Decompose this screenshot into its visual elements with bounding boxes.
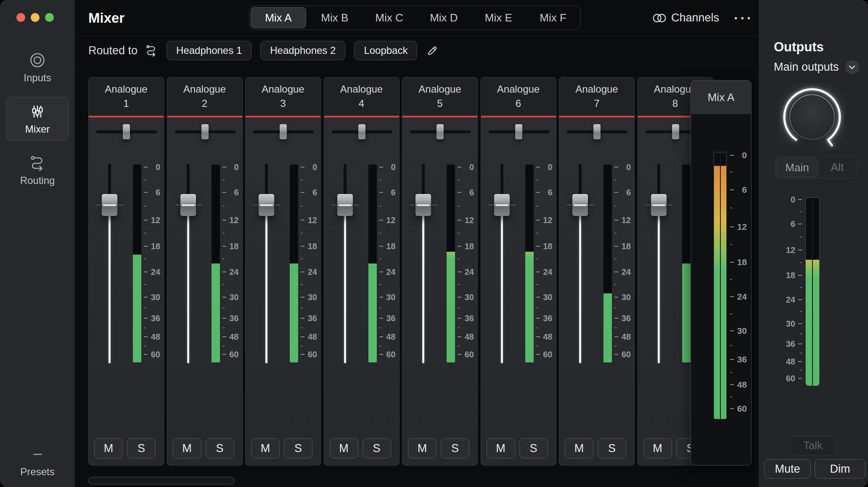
sidebar-item-mixer[interactable]: Mixer — [6, 97, 69, 141]
scale-label: 30 — [149, 292, 160, 302]
scale-tick — [730, 345, 732, 346]
scale-tick — [536, 271, 540, 272]
solo-button[interactable]: S — [441, 438, 469, 458]
mute-button[interactable]: M — [565, 438, 593, 458]
pan-slider-handle[interactable] — [123, 124, 130, 139]
scale-tick — [614, 258, 617, 259]
knob-body[interactable] — [790, 95, 834, 139]
db-scale: 0612182430364860 — [301, 165, 320, 362]
scale-tick — [144, 233, 146, 234]
scale-label: 12 — [782, 245, 795, 255]
mute-button[interactable]: M — [251, 438, 280, 458]
scale-tick — [458, 354, 461, 355]
mute-button[interactable]: M — [408, 438, 437, 458]
main-output-button[interactable]: Main — [776, 158, 818, 177]
scale-tick — [730, 359, 734, 360]
fader-track-lower[interactable] — [422, 205, 424, 363]
scale-label: 18 — [620, 241, 631, 251]
pan-slider-handle[interactable] — [593, 124, 601, 139]
channel-accent-line — [481, 116, 556, 117]
solo-button[interactable]: S — [206, 438, 234, 458]
channel-header: Analogue 7 — [559, 77, 634, 116]
mute-button[interactable]: M — [94, 438, 123, 458]
output-mute-button[interactable]: Mute — [764, 459, 811, 479]
scale-label: 24 — [463, 267, 474, 277]
solo-button[interactable]: S — [519, 438, 548, 458]
scale-label: 30 — [463, 292, 474, 302]
mute-button[interactable]: M — [173, 438, 201, 458]
channel-level-meter — [290, 165, 298, 362]
fader-track-lower[interactable] — [658, 205, 660, 363]
alt-output-button[interactable]: Alt — [817, 157, 857, 177]
fader-track-lower[interactable] — [108, 205, 111, 363]
pan-slider-handle[interactable] — [437, 124, 444, 139]
fader-handle[interactable] — [651, 194, 667, 216]
output-dim-button[interactable]: Dim — [815, 459, 865, 479]
scale-tick — [222, 192, 226, 193]
fader-handle[interactable] — [180, 194, 196, 216]
scale-label: 24 — [736, 292, 747, 302]
scale-tick — [379, 192, 383, 193]
scale-tick — [800, 262, 802, 263]
scale-label: 12 — [149, 215, 160, 225]
pan-slider-handle[interactable] — [358, 124, 365, 139]
scale-tick — [458, 233, 460, 234]
mute-button[interactable]: M — [643, 438, 672, 458]
pan-slider-handle[interactable] — [515, 124, 522, 139]
chevron-down-icon[interactable] — [845, 60, 859, 74]
fader-track-lower[interactable] — [579, 205, 581, 363]
monitor-volume-knob[interactable] — [778, 83, 846, 151]
scale-label: 36 — [306, 313, 317, 323]
sidebar-item-inputs[interactable]: Inputs — [6, 45, 69, 89]
scale-tick — [730, 279, 732, 280]
scale-tick — [144, 258, 146, 259]
solo-button[interactable]: S — [598, 438, 626, 458]
monitor-output-switch: Main Alt — [775, 157, 858, 178]
fader-track-lower[interactable] — [265, 205, 267, 363]
channel-number: 2 — [167, 98, 242, 109]
channel-header: Analogue 4 — [324, 77, 399, 116]
sidebar-item-label: Mixer — [7, 123, 68, 135]
fader-handle[interactable] — [259, 194, 274, 216]
fader-track-lower[interactable] — [501, 205, 503, 363]
sidebar-item-routing[interactable]: Routing — [6, 148, 69, 192]
mute-button[interactable]: M — [330, 438, 358, 458]
pan-slider-handle[interactable] — [672, 124, 679, 139]
zoom-button[interactable] — [45, 13, 54, 22]
scale-tick — [614, 206, 617, 207]
solo-button[interactable]: S — [284, 438, 312, 458]
close-button[interactable] — [16, 13, 25, 22]
talk-button[interactable]: Talk — [790, 436, 836, 455]
channel-level-meter — [682, 165, 691, 362]
fader-handle[interactable] — [494, 194, 510, 216]
scale-tick — [379, 246, 383, 247]
fader-track-lower[interactable] — [344, 205, 346, 363]
fader-handle[interactable] — [102, 194, 117, 216]
scale-label: 18 — [463, 241, 474, 251]
fader-handle[interactable] — [337, 194, 353, 216]
sidebar-item-presets[interactable]: Presets — [0, 454, 75, 478]
pan-slider-handle[interactable] — [201, 124, 209, 139]
solo-button[interactable]: S — [127, 438, 156, 458]
scale-tick — [458, 179, 460, 180]
scale-tick — [379, 220, 383, 221]
scale-tick — [301, 192, 304, 193]
scale-tick — [301, 233, 303, 234]
horizontal-scrollbar[interactable] — [88, 477, 235, 484]
fader-handle[interactable] — [415, 194, 431, 216]
fader-track-lower[interactable] — [187, 205, 189, 363]
scale-label: 6 — [149, 188, 160, 197]
fader-handle[interactable] — [572, 194, 588, 216]
mixer-faders-icon — [29, 103, 46, 120]
solo-button[interactable]: S — [363, 438, 391, 458]
scale-label: 36 — [782, 339, 795, 349]
scale-tick — [536, 354, 540, 355]
pan-slider-handle[interactable] — [280, 124, 287, 139]
scale-tick — [730, 262, 734, 263]
mix-master-card: Mix A 0612182430364860 — [691, 80, 752, 466]
minimize-button[interactable] — [31, 13, 40, 22]
output-device-selector[interactable]: Main outputs — [774, 60, 859, 74]
mute-button[interactable]: M — [487, 438, 515, 458]
scale-label: 36 — [736, 354, 747, 365]
scale-tick — [730, 208, 732, 208]
